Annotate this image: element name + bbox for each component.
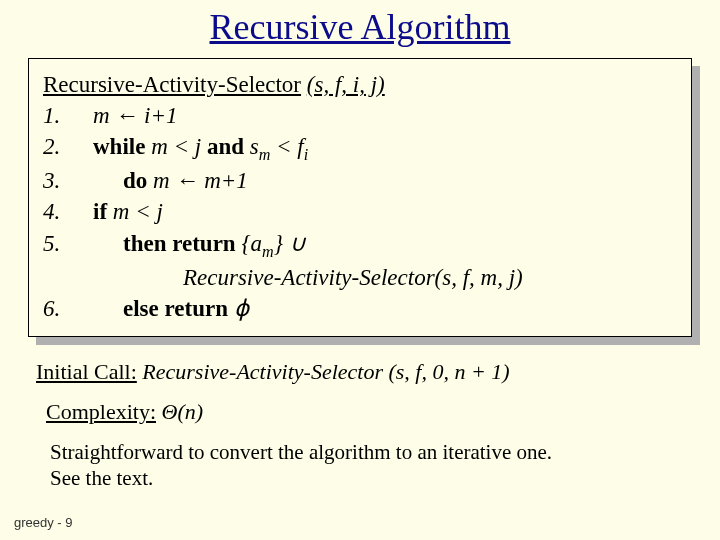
algo-line-5: 5. then return {am} ∪ bbox=[43, 228, 677, 262]
below-box: Initial Call: Recursive-Activity-Selecto… bbox=[36, 359, 684, 492]
algo-header-line: Recursive-Activity-Selector (s, f, i, j) bbox=[43, 69, 677, 100]
complexity-label: Complexity: bbox=[46, 399, 156, 424]
algo-line-5b: Recursive-Activity-Selector(s, f, m, j) bbox=[43, 262, 677, 293]
kw-while: while bbox=[93, 134, 145, 159]
line-num: 2. bbox=[43, 131, 73, 165]
initial-call-label: Initial Call: bbox=[36, 359, 137, 384]
line-num: 3. bbox=[43, 165, 73, 196]
line-num: 4. bbox=[43, 196, 73, 227]
algo-line-3: 3. do m ← m+1 bbox=[43, 165, 677, 196]
expr: m < j bbox=[113, 199, 163, 224]
line-body: do m ← m+1 bbox=[73, 165, 248, 196]
algorithm-box: Recursive-Activity-Selector (s, f, i, j)… bbox=[28, 58, 692, 337]
line-body: else return ϕ bbox=[73, 293, 249, 324]
line-body: Recursive-Activity-Selector(s, f, m, j) bbox=[73, 262, 523, 293]
kw-and: and bbox=[207, 134, 244, 159]
expr: {am} ∪ bbox=[241, 231, 305, 256]
expr: ϕ bbox=[234, 296, 249, 321]
line-body: m ← i+1 bbox=[73, 100, 178, 131]
line-body: then return {am} ∪ bbox=[73, 228, 306, 262]
algorithm-box-wrap: Recursive-Activity-Selector (s, f, i, j)… bbox=[28, 58, 692, 337]
algo-line-1: 1. m ← i+1 bbox=[43, 100, 677, 131]
expr: m < j bbox=[151, 134, 207, 159]
kw-else-return: else return bbox=[123, 296, 228, 321]
algo-line-6: 6. else return ϕ bbox=[43, 293, 677, 324]
note-text: Straightforward to convert the algorithm… bbox=[50, 439, 684, 492]
line-num bbox=[43, 262, 73, 293]
kw-do: do bbox=[123, 168, 147, 193]
expr: sm < fi bbox=[250, 134, 308, 159]
algo-line-4: 4. if m < j bbox=[43, 196, 677, 227]
algo-line-2: 2. while m < j and sm < fi bbox=[43, 131, 677, 165]
line-body: while m < j and sm < fi bbox=[73, 131, 308, 165]
note-line-2: See the text. bbox=[50, 465, 684, 491]
expr: m ← m+1 bbox=[153, 168, 248, 193]
algo-name: Recursive-Activity-Selector bbox=[43, 72, 301, 97]
complexity-line: Complexity: Θ(n) bbox=[46, 399, 684, 425]
algo-params: (s, f, i, j) bbox=[307, 72, 385, 97]
line-body: if m < j bbox=[73, 196, 163, 227]
line-num: 5. bbox=[43, 228, 73, 262]
line-num: 1. bbox=[43, 100, 73, 131]
complexity-text: Θ(n) bbox=[156, 399, 203, 424]
slide-footer: greedy - 9 bbox=[14, 515, 73, 530]
initial-call-line: Initial Call: Recursive-Activity-Selecto… bbox=[36, 359, 684, 385]
slide-title: Recursive Algorithm bbox=[0, 6, 720, 48]
kw-if: if bbox=[93, 199, 107, 224]
line-num: 6. bbox=[43, 293, 73, 324]
initial-call-text: Recursive-Activity-Selector (s, f, 0, n … bbox=[137, 359, 510, 384]
kw-then-return: then return bbox=[123, 231, 236, 256]
note-line-1: Straightforward to convert the algorithm… bbox=[50, 439, 684, 465]
